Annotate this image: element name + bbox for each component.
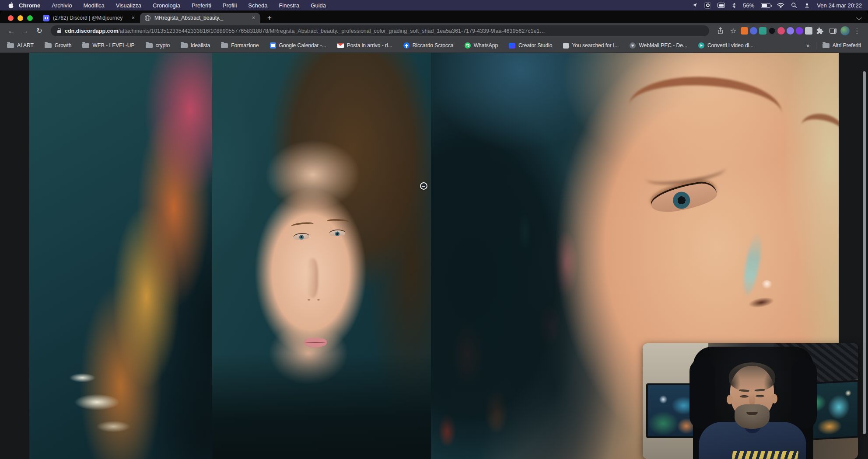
vertical-scrollbar[interactable] <box>863 71 866 434</box>
folder-icon <box>146 43 153 48</box>
menu-bar-clock[interactable]: Ven 24 mar 20:22 <box>817 2 862 9</box>
extension-teal-n-icon[interactable] <box>759 27 766 35</box>
bookmarks-right-group: » Altri Preferiti <box>806 42 861 49</box>
forward-button[interactable]: → <box>19 27 32 35</box>
bookmark-posta-in-arrivo[interactable]: Posta in arrivo - ri... <box>337 42 392 49</box>
bookmark-webmail-pec[interactable]: WebMail PEC - De... <box>630 42 687 49</box>
battery-percent: 56% <box>743 2 754 9</box>
closeup-eyelid-crease <box>644 159 727 188</box>
menu-visualizza[interactable]: Visualizza <box>116 2 141 9</box>
bookmarks-bar: AI ART Growth WEB - LEVEL-UP crypto idea… <box>0 38 868 53</box>
closeup-far-eyebrow <box>798 110 839 149</box>
tab-search-chevron-icon[interactable] <box>856 15 862 21</box>
reload-button[interactable]: ↻ <box>33 27 46 35</box>
meta-icon <box>509 43 515 49</box>
url-path: /attachments/1013512335442333816/1088905… <box>118 28 545 34</box>
menu-modifica[interactable]: Modifica <box>83 2 104 9</box>
video-converter-icon <box>698 42 704 49</box>
tab-close-icon[interactable]: × <box>131 15 136 21</box>
bookmark-label: crypto <box>156 42 170 49</box>
extensions-puzzle-icon[interactable] <box>814 25 826 37</box>
bookmark-growth[interactable]: Growth <box>45 42 72 49</box>
bookmarks-overflow-chevron[interactable]: » <box>806 42 810 49</box>
address-bar[interactable]: cdn.discordapp.com/attachments/101351233… <box>51 25 709 36</box>
wifi-icon[interactable] <box>777 3 784 8</box>
closeup-nose-teal-shine <box>741 231 765 296</box>
apple-menu-icon[interactable] <box>8 2 14 9</box>
minimize-window-button[interactable] <box>18 15 23 21</box>
menu-guida[interactable]: Guida <box>311 2 326 9</box>
extension-orange-icon[interactable] <box>741 27 748 35</box>
menu-cronologia[interactable]: Cronologia <box>153 2 180 9</box>
close-window-button[interactable] <box>8 15 14 21</box>
folder-icon <box>221 43 228 48</box>
tab-title: MRregista_Abstract_beauty._ <box>154 15 248 21</box>
spotlight-search-icon[interactable] <box>791 2 797 8</box>
presenter-right-eye <box>756 395 764 397</box>
bookmark-google-calendar[interactable]: Google Calendar -... <box>270 42 326 49</box>
tabs: (2762) Discord | @Midjourney × MRregista… <box>38 13 273 23</box>
bookmark-creator-studio[interactable]: Creator Studio <box>509 42 552 49</box>
bookmark-riccardo-scrocca[interactable]: Riccardo Scrocca <box>403 42 454 49</box>
folder-icon <box>82 43 89 48</box>
closeup-eye <box>649 181 719 215</box>
bookmark-ai-art[interactable]: AI ART <box>7 42 34 49</box>
bookmark-crypto[interactable]: crypto <box>146 42 170 49</box>
app-menus: Chrome Archivio Modifica Visualizza Cron… <box>19 2 326 9</box>
new-tab-button[interactable]: + <box>266 13 273 23</box>
menu-finestra[interactable]: Finestra <box>279 2 299 9</box>
bluetooth-icon[interactable] <box>732 2 736 9</box>
share-icon[interactable] <box>714 25 726 37</box>
menu-archivio[interactable]: Archivio <box>52 2 72 9</box>
extension-lavender-icon[interactable] <box>787 27 794 35</box>
url-host: cdn.discordapp.com <box>65 28 118 34</box>
portrait-right-eye <box>329 230 345 236</box>
side-panel-icon[interactable] <box>827 25 839 37</box>
menu-scheda[interactable]: Scheda <box>248 2 267 9</box>
menu-chrome[interactable]: Chrome <box>19 2 40 9</box>
closeup-eyebrow <box>627 73 783 146</box>
portrait-nose-shadow <box>307 258 318 298</box>
zoom-out-cursor <box>420 182 427 190</box>
tab-image-attachment[interactable]: MRregista_Abstract_beauty._ × <box>140 13 260 23</box>
chrome-menu-icon[interactable]: ⋮ <box>851 25 863 37</box>
bookmark-idealista[interactable]: idealista <box>181 42 210 49</box>
other-bookmarks[interactable]: Altri Preferiti <box>822 42 861 49</box>
bookmark-whatsapp[interactable]: WhatsApp <box>465 42 498 49</box>
back-button[interactable]: ← <box>5 27 18 35</box>
bookmark-label: Converti i video di... <box>707 42 753 49</box>
bookmark-label: WebMail PEC - De... <box>639 42 687 49</box>
bookmark-label: AI ART <box>17 42 34 49</box>
artwork-panel-abstract-ribbons <box>29 53 212 459</box>
location-arrow-icon[interactable] <box>692 2 698 8</box>
menu-profili[interactable]: Profili <box>223 2 237 9</box>
tab-close-icon[interactable]: × <box>251 15 256 21</box>
webcam-watermark-cutoff <box>732 451 799 459</box>
profile-avatar[interactable] <box>840 26 850 35</box>
extension-pink-key-icon[interactable] <box>777 27 785 35</box>
menu-preferiti[interactable]: Preferiti <box>192 2 211 9</box>
bookmark-you-searched[interactable]: You searched for I... <box>563 42 619 49</box>
extension-indigo-waves-icon[interactable] <box>750 27 757 35</box>
folder-icon <box>181 43 188 48</box>
display-mirroring-icon[interactable] <box>718 3 725 8</box>
globe-favicon <box>144 15 151 21</box>
extension-gray-grid-icon[interactable] <box>805 27 812 35</box>
bookmark-web-level-up[interactable]: WEB - LEVEL-UP <box>82 42 134 49</box>
bookmark-formazione[interactable]: Formazione <box>221 42 259 49</box>
presenter-right-ear <box>771 394 777 403</box>
battery-icon[interactable] <box>761 3 770 8</box>
tab-discord[interactable]: (2762) Discord | @Midjourney × <box>38 13 140 23</box>
fullscreen-window-button[interactable] <box>27 15 33 21</box>
bookmarks-divider <box>816 42 816 49</box>
bookmark-converti-video[interactable]: Converti i video di... <box>698 42 753 49</box>
user-switch-icon[interactable] <box>804 2 810 9</box>
extension-black-circle-icon[interactable] <box>768 27 776 35</box>
bookmark-label: Altri Preferiti <box>833 42 861 49</box>
bookmark-star-icon[interactable]: ☆ <box>728 25 739 37</box>
extension-purple-icon[interactable] <box>796 27 803 35</box>
tab-title: (2762) Discord | @Midjourney <box>53 15 127 21</box>
screen-recording-icon[interactable] <box>704 2 711 9</box>
facebook-icon <box>403 42 410 49</box>
screen: Chrome Archivio Modifica Visualizza Cron… <box>0 0 868 459</box>
